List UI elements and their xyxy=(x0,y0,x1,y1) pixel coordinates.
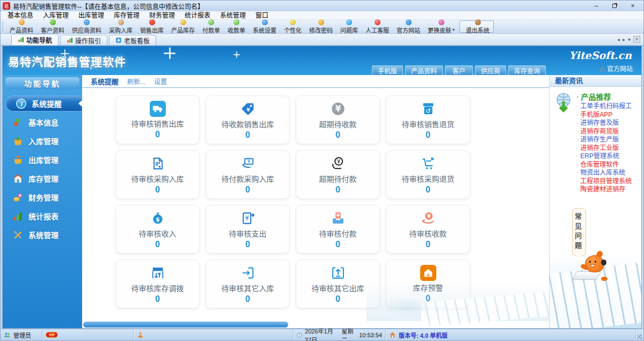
sidebar-item-label: 财务管理 xyxy=(28,192,58,203)
news-item[interactable]: 物资出入库系统 xyxy=(576,169,640,177)
toolbar-button-label: 更换皮肤 xyxy=(428,26,451,34)
tab[interactable]: 操作指引 xyxy=(60,35,107,45)
sparkle-icon xyxy=(233,51,240,58)
toolbar-button[interactable]: 销售出库▾ xyxy=(136,20,167,33)
toolbar-button[interactable]: 问题库▾ xyxy=(336,20,362,33)
mascot-eye xyxy=(589,261,591,263)
horizontal-scrollbar-thumb[interactable] xyxy=(83,322,288,328)
minimize-button[interactable]: – xyxy=(588,1,605,11)
toolbar-button[interactable]: 供应商资料▾ xyxy=(68,20,105,33)
news-item[interactable]: 产品推荐 xyxy=(576,92,640,102)
tab-scroll-left-icon[interactable]: ◂ xyxy=(617,36,620,42)
toolbar-button[interactable]: 更换皮肤▾ xyxy=(424,20,458,33)
status-version: 版本号: 4.0 单机版 xyxy=(399,331,448,339)
reminder-card[interactable]: 待审核采购退货 0 xyxy=(386,150,470,199)
tab[interactable]: 功能导航 xyxy=(11,34,58,45)
status-time: 10:53:54 xyxy=(359,332,382,338)
banner-quick-button[interactable]: 供应商 xyxy=(475,65,506,75)
toolbar-button[interactable]: 退出系统▾ xyxy=(459,20,494,33)
reminder-card[interactable]: 待收款销售出库 0 xyxy=(206,95,290,144)
reminder-card[interactable]: 超期待付款 0 xyxy=(296,150,380,199)
news-panel: 最新资讯 产品推荐工单手机扫码报工手机版APP进销存普及版进销存商贸版进销存生产… xyxy=(549,75,641,328)
official-site-link[interactable]: ⌂ 官方网站 xyxy=(600,64,633,73)
news-item[interactable]: 进销存普及版 xyxy=(576,119,640,128)
toolbar-button[interactable]: 官方网站▾ xyxy=(393,20,424,33)
reminder-card[interactable]: 待审核销售出库 0 xyxy=(115,95,200,144)
sidebar-item[interactable]: 入库管理 xyxy=(3,133,82,149)
reminder-card-icon xyxy=(150,264,165,281)
restore-button[interactable] xyxy=(606,1,623,11)
banner-quick-button[interactable]: 库存查询 xyxy=(508,65,546,75)
sidebar-item[interactable]: 财务管理 xyxy=(3,189,82,205)
support-mascot[interactable] xyxy=(573,253,616,285)
news-item[interactable]: 工程项目管理系统 xyxy=(576,177,640,186)
toolbar-button[interactable]: 个性化▾ xyxy=(280,20,305,33)
menu-item[interactable]: 库存管理 xyxy=(109,11,144,20)
news-item[interactable]: 手机版APP xyxy=(576,111,640,120)
toolbar-button[interactable]: 收款单▾ xyxy=(224,20,249,33)
banner-quick-button[interactable]: 手机版 xyxy=(372,65,403,75)
tab[interactable]: 老板看板 xyxy=(109,35,156,45)
news-item[interactable]: 进销存商贸版 xyxy=(576,128,640,136)
menu-item[interactable]: 出库管理 xyxy=(74,11,109,20)
reminder-card-count: 0 xyxy=(245,294,250,304)
reminder-card[interactable]: 待付款采购入库 0 xyxy=(206,150,290,199)
reminder-card[interactable]: 待审核库存调拨 0 xyxy=(115,260,200,308)
sidebar-item[interactable]: 基本信息 xyxy=(3,114,82,130)
tab-scroll-right-icon[interactable]: ▸ xyxy=(623,36,625,42)
menu-item[interactable]: 统计报表 xyxy=(180,11,215,20)
resize-grip[interactable] xyxy=(636,329,643,340)
sidebar-item[interactable]: 库存管理 xyxy=(3,171,82,187)
banner-quick-button[interactable]: 客户 xyxy=(445,65,473,75)
reminder-card[interactable]: 待审核付款 0 xyxy=(296,205,380,254)
reminder-card[interactable]: 待审核其它入库 0 xyxy=(206,260,290,308)
reminder-card-icon xyxy=(150,101,166,117)
toolbar-button-label: 问题库 xyxy=(340,26,358,34)
reminder-card[interactable]: 待审核销售退货 0 xyxy=(386,95,470,144)
reminder-card[interactable]: 待审核收款 0 xyxy=(386,205,470,254)
reminder-card[interactable]: 待审核收入 0 xyxy=(115,205,200,254)
refresh-link[interactable]: 刷新... xyxy=(127,77,145,86)
settings-link[interactable]: 设置 xyxy=(154,77,167,86)
menu-item[interactable]: 窗口 xyxy=(251,11,273,20)
reminder-card-icon xyxy=(240,210,255,227)
sidebar-item[interactable]: 统计报表 xyxy=(3,208,82,224)
news-item[interactable]: 进销存生产版 xyxy=(576,136,640,144)
close-button[interactable]: × xyxy=(624,1,641,11)
sidebar-item-label: 基本信息 xyxy=(28,117,58,128)
reminder-card[interactable]: 待审核采购入库 0 xyxy=(115,150,200,199)
reminder-card[interactable]: 库存预警 0 xyxy=(386,260,470,308)
menu-item[interactable]: 基本信息 xyxy=(3,11,38,20)
sidebar-item[interactable]: 出库管理 xyxy=(3,152,82,168)
toolbar-button[interactable]: 付款单▾ xyxy=(199,20,224,33)
toolbar-button[interactable]: 采购入库▾ xyxy=(105,20,136,33)
tab-close-icon[interactable]: × xyxy=(633,36,640,43)
reminder-card[interactable]: 待审核其它出库 0 xyxy=(296,260,380,308)
toolbar-button[interactable]: 产品库存▾ xyxy=(167,20,199,33)
news-item[interactable]: ERP管理系统 xyxy=(576,152,640,161)
menu-item[interactable]: 财务管理 xyxy=(144,11,180,20)
news-item[interactable]: 进销存工业版 xyxy=(576,144,640,153)
menu-item[interactable]: 系统管理 xyxy=(215,11,251,20)
reminder-card[interactable]: 待审核支出 0 xyxy=(206,205,290,254)
status-user: 管理员 xyxy=(13,331,31,339)
news-item[interactable]: 陶瓷建材进销存 xyxy=(576,186,640,194)
toolbar-button[interactable]: 修改密码▾ xyxy=(305,20,336,33)
sidebar-item[interactable]: 系统管理 xyxy=(3,227,82,243)
sidebar-item-label: 库存管理 xyxy=(28,173,58,184)
toolbar-button[interactable]: 客户资料▾ xyxy=(37,20,68,33)
toolbar-button[interactable]: 产品资料▾ xyxy=(6,20,37,33)
reminder-card-icon xyxy=(331,264,346,281)
sidebar-item[interactable]: 系统提醒 xyxy=(5,95,82,112)
banner-quick-button[interactable]: 产品资料 xyxy=(405,65,443,75)
faq-bubble[interactable]: 常见问题 xyxy=(572,208,586,256)
tab-menu-icon[interactable]: ▾ xyxy=(628,36,631,42)
news-item[interactable]: 工单手机扫码报工 xyxy=(576,102,640,111)
toolbar-button-label: 系统设置 xyxy=(253,26,276,34)
menu-item[interactable]: 入库管理 xyxy=(38,11,74,20)
toolbar-button[interactable]: 系统设置▾ xyxy=(249,20,280,33)
news-item[interactable]: 仓库管理软件 xyxy=(576,161,640,169)
title-bar[interactable]: 易 易特汽配销售管理软件--【请在基本信息，公司信息中修改公司名】 – × xyxy=(1,1,643,11)
toolbar-button[interactable]: 人工客服▾ xyxy=(362,20,393,33)
reminder-card[interactable]: 超期待收款 0 xyxy=(296,95,380,144)
